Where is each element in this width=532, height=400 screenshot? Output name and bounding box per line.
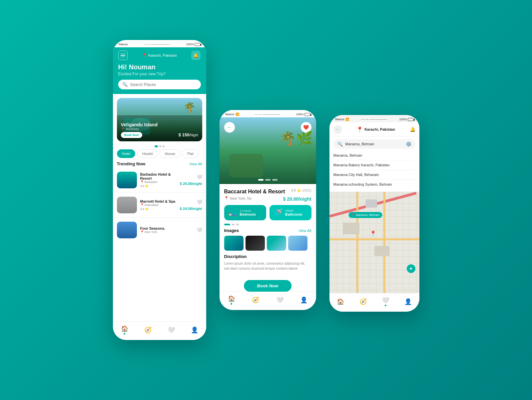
tab-house[interactable]: House <box>160 149 180 158</box>
back-button-3[interactable]: ← <box>333 125 342 134</box>
menu-button[interactable] <box>118 51 128 60</box>
suggestion-2[interactable]: Manama Bakery Karachi, Pakistan <box>333 160 415 170</box>
images-view-all[interactable]: View All <box>298 229 311 233</box>
hotel-detail-rating: 4.9 ⭐ (2002) <box>291 189 311 192</box>
amenity-bedroom-info: 1 Luxury Bedroom <box>240 209 256 216</box>
nav-favorites-3[interactable]: 🤍 <box>382 297 389 306</box>
bathroom-icon: 🚿 <box>273 208 282 217</box>
image-thumb-3[interactable] <box>267 236 286 251</box>
search-input[interactable] <box>130 82 197 87</box>
back-button[interactable]: ← <box>224 122 235 133</box>
hotel-detail-name: Baccarat Hotel & Resort <box>224 189 285 195</box>
hotel-card-2[interactable]: Marriott Hotel & Spa 📍Islamabad 4.8 ⭐ 🤍 … <box>113 194 206 216</box>
thumb-img-2 <box>246 236 265 251</box>
map-search-input[interactable] <box>345 142 403 146</box>
hotel-info-1: Barbados Hotel & Resort 📍Barbados 4.9 ⭐ <box>140 172 177 188</box>
search-bar[interactable]: 🔍 <box>118 80 201 89</box>
notification-button[interactable]: 🔔 <box>191 51 201 60</box>
trending-view-all[interactable]: View All <box>189 162 202 166</box>
hotel-rating-1: 4.9 ⭐ <box>140 184 177 188</box>
hero-detail-image: ← ❤️ <box>220 117 316 184</box>
images-header: Images View All <box>224 228 311 233</box>
map-search-row[interactable]: 🔍 ⚙️ <box>333 139 415 149</box>
hero-price: $ 150/Night <box>179 132 198 137</box>
hotel-card-3[interactable]: Four Seasons. 📍New York 🤍 <box>113 219 206 241</box>
search-overlay: 🔍 ⚙️ Manama, Behrain Manama Bakery Karac… <box>329 137 419 192</box>
hero-dot-3[interactable] <box>272 179 277 181</box>
suggestion-4[interactable]: Manama schooling System, Behrain <box>333 180 415 189</box>
hero-book-button[interactable]: Book Now <box>121 132 142 138</box>
book-now-button[interactable]: Book Now <box>244 280 292 292</box>
map-search-icon: 🔍 <box>337 142 343 147</box>
hotel-thumb-3 <box>117 222 137 238</box>
trending-header: Trending Now View All <box>113 161 206 166</box>
suggestion-1[interactable]: Manama, Behrain <box>333 151 415 160</box>
image-thumb-1[interactable] <box>224 236 244 251</box>
nav-explore-3[interactable]: 🧭 <box>359 298 367 305</box>
category-tabs: Hotel Hostel House Flat <box>113 149 206 158</box>
battery-3: 100% <box>399 118 414 121</box>
bedroom-icon: 🛏️ <box>228 208 237 217</box>
phone3-location-text: Karachi, Pakistan <box>364 127 395 131</box>
phone-2: Telenor 📶 — — —————— 100% ← ❤️ Baccar <box>220 110 316 310</box>
nav-profile-2[interactable]: 👤 <box>300 296 307 304</box>
hotel-card-1[interactable]: Barbados Hotel & Resort 📍Barbados 4.9 ⭐ … <box>113 169 206 191</box>
dot-3[interactable] <box>163 145 165 147</box>
nav-profile-1[interactable]: 👤 <box>191 326 198 334</box>
hotel-thumb-1 <box>117 172 137 188</box>
nav-explore-2[interactable]: 🧭 <box>252 296 259 304</box>
favorite-icon-1[interactable]: 🤍 <box>197 174 202 180</box>
carrier-3: Telenor 📶 <box>335 118 349 121</box>
detail-content: Baccarat Hotel & Resort 4.9 ⭐ (2002) 📍 N… <box>220 184 316 276</box>
notification-button-3[interactable]: 🔔 <box>410 127 415 132</box>
amenity-bedroom: 🛏️ 1 Luxury Bedroom <box>224 205 266 220</box>
status-bar-1: Telenor — — —————— 100% <box>113 40 206 47</box>
favorite-icon-2[interactable]: 🤍 <box>197 199 202 205</box>
status-bar-3: Telenor 📶 — — —————— 100% <box>329 115 419 122</box>
status-bar-2: Telenor 📶 — — —————— 100% <box>220 110 316 117</box>
hero-dot-1[interactable] <box>258 179 264 181</box>
phone3-header: ← 📍 Karachi, Pakistan 🔔 <box>329 122 419 137</box>
tab-flat[interactable]: Flat <box>182 149 198 158</box>
image-thumb-2[interactable] <box>246 236 265 251</box>
hotel-image-2 <box>117 197 137 213</box>
favorite-button[interactable]: ❤️ <box>301 122 311 133</box>
trending-title: Trending Now <box>117 161 146 166</box>
hero-dot-2[interactable] <box>265 179 270 181</box>
favorite-icon-3[interactable]: 🤍 <box>197 227 202 233</box>
bottom-nav-1: 🏠 🧭 🤍 👤 <box>113 321 206 340</box>
battery-1: 100% <box>186 43 201 46</box>
amenity-bathroom-info: Attach Bathroom <box>285 209 302 216</box>
greeting-name: Hi! Nouman <box>118 63 201 71</box>
hotel-price-1: $ 20.00/night <box>180 182 202 186</box>
detail-top: Baccarat Hotel & Resort 4.9 ⭐ (2002) <box>224 189 311 195</box>
filter-icon[interactable]: ⚙️ <box>406 141 411 147</box>
hotel-loc-1: 📍Barbados <box>140 180 177 184</box>
location-display: 📍 Karachi, Pakistan <box>142 53 177 58</box>
map-zoom-button[interactable]: + <box>407 264 415 273</box>
hotel-loc-3: 📍New York <box>140 230 193 234</box>
nav-explore-1[interactable]: 🧭 <box>144 326 152 334</box>
nav-home-1[interactable]: 🏠 <box>121 325 128 335</box>
tab-hotel[interactable]: Hotel <box>117 149 136 158</box>
time-1: — — —————— <box>144 43 170 46</box>
tab-hostel[interactable]: Hostel <box>137 149 158 158</box>
dot-1[interactable] <box>155 145 158 147</box>
description-text: Lorem ipsum dolor sit amet, consectetur … <box>224 261 311 271</box>
phone1-header: 📍 Karachi, Pakistan 🔔 Hi! Nouman Excited… <box>113 47 206 94</box>
bedroom-label: 1 Luxury <box>240 209 256 212</box>
suggestion-3[interactable]: Manama City Hall, Beharain <box>333 170 415 180</box>
carrier-1: Telenor <box>118 43 128 46</box>
hotel-price-2: $ 24.00/night <box>180 207 202 211</box>
dot-2[interactable] <box>159 145 161 147</box>
nav-favorites-2[interactable]: 🤍 <box>276 296 283 304</box>
nav-home-2[interactable]: 🏠 <box>228 295 235 305</box>
images-title: Images <box>224 228 239 233</box>
greeting-subtitle: Excited For your new Trip? <box>118 72 201 76</box>
nav-home-3[interactable]: 🏠 <box>337 298 344 305</box>
hotel-info-3: Four Seasons. 📍New York <box>140 226 193 234</box>
nav-favorites-1[interactable]: 🤍 <box>168 326 175 334</box>
image-thumb-4[interactable] <box>288 236 307 251</box>
nav-profile-3[interactable]: 👤 <box>404 298 412 305</box>
hotel-name-3: Four Seasons. <box>140 226 193 230</box>
